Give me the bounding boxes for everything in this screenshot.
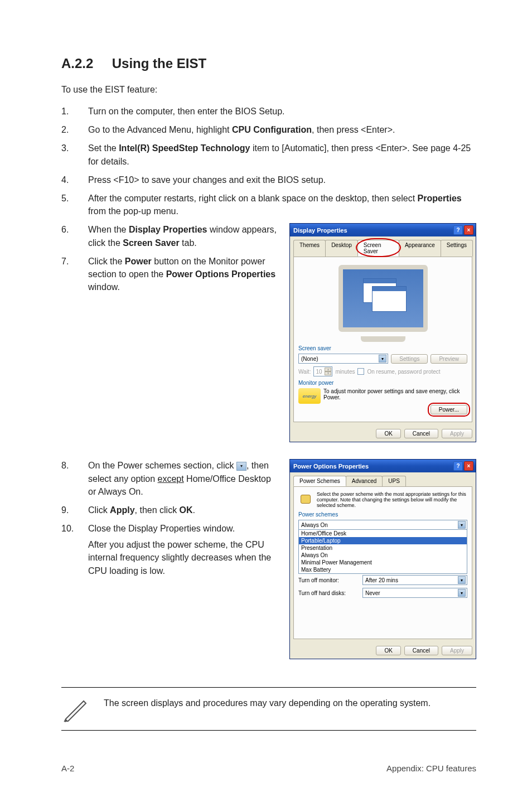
ok-button[interactable]: OK — [376, 646, 400, 655]
tab-desktop[interactable]: Desktop — [325, 240, 358, 257]
dialog-titlebar: Display Properties ? × — [290, 224, 476, 236]
step-4: 4. Press <F10> to save your changes and … — [61, 173, 476, 186]
note-callout: The screen displays and procedures may v… — [61, 687, 476, 731]
preview-button[interactable]: Preview — [431, 354, 467, 364]
help-button[interactable]: ? — [453, 461, 463, 471]
tab-themes[interactable]: Themes — [293, 240, 326, 257]
turn-off-hd-select[interactable]: Never ▾ — [362, 588, 467, 598]
dialog-title: Display Properties — [293, 227, 347, 234]
note-text: The screen displays and procedures may v… — [104, 694, 431, 709]
tab-settings[interactable]: Settings — [441, 240, 473, 257]
step-5: 5. After the computer restarts, right cl… — [61, 192, 476, 218]
dialog-titlebar: Power Options Properties ? × — [290, 460, 476, 472]
chevron-down-icon: ▾ — [458, 521, 466, 529]
power-schemes-group-label: Power schemes — [298, 511, 467, 518]
tab-advanced[interactable]: Advanced — [346, 476, 383, 486]
step-6: 6. When the Display Properties window ap… — [61, 223, 278, 249]
power-button[interactable]: Power... — [431, 405, 467, 414]
plug-icon — [298, 491, 314, 507]
step-10: 10. Close the Display Properties window.… — [61, 522, 278, 577]
help-button[interactable]: ? — [453, 225, 463, 235]
settings-button[interactable]: Settings — [391, 354, 428, 364]
close-button[interactable]: × — [464, 461, 473, 471]
apply-button[interactable]: Apply — [442, 429, 472, 438]
tab-power-schemes[interactable]: Power Schemes — [293, 476, 346, 486]
step-1: 1. Turn on the computer, then enter the … — [61, 105, 476, 118]
screensaver-group-label: Screen saver — [298, 345, 467, 351]
close-button[interactable]: × — [464, 225, 473, 235]
intro-text: To use the EIST feature: — [61, 85, 476, 95]
energy-star-icon: energy — [298, 388, 321, 404]
tab-appearance[interactable]: Appearance — [399, 240, 441, 257]
chevron-down-icon: ▾ — [236, 462, 246, 471]
monitor-preview — [338, 265, 428, 332]
dialog-title: Power Options Properties — [293, 463, 369, 470]
power-options-dialog: Power Options Properties ? × Power Schem… — [289, 459, 476, 659]
step-7: 7. Click the Power button on the Monitor… — [61, 255, 278, 294]
step-2: 2. Go to the Advanced Menu, highlight CP… — [61, 123, 476, 136]
tab-screensaver[interactable]: Screen Saver — [357, 240, 399, 257]
monitor-power-group-label: Monitor power — [298, 380, 467, 386]
tab-strip: Themes Desktop Screen Saver Appearance S… — [290, 236, 476, 257]
chevron-down-icon: ▾ — [379, 355, 386, 363]
page-number: A-2 — [61, 764, 74, 773]
wait-spinner[interactable]: 10 ▴▾ — [313, 366, 332, 376]
turn-off-monitor-select[interactable]: After 20 mins ▾ — [362, 575, 467, 585]
note-pencil-icon — [61, 694, 90, 723]
power-scheme-options[interactable]: Home/Office Desk Portable/Laptop Present… — [298, 530, 467, 574]
section-number: A.2.2 — [61, 56, 93, 71]
display-properties-dialog: Display Properties ? × Themes Desktop Sc… — [289, 223, 476, 442]
section-title-text: Using the EIST — [112, 56, 206, 71]
cancel-button[interactable]: Cancel — [404, 429, 438, 438]
power-scheme-select[interactable]: Always On ▾ — [298, 520, 467, 530]
page-footer: A-2 Appendix: CPU features — [61, 764, 476, 773]
apply-button[interactable]: Apply — [442, 646, 472, 655]
section-heading: A.2.2 Using the EIST — [61, 56, 476, 71]
cancel-button[interactable]: Cancel — [404, 646, 438, 655]
ok-button[interactable]: OK — [376, 429, 400, 438]
tab-ups[interactable]: UPS — [382, 476, 406, 486]
resume-checkbox[interactable] — [357, 368, 364, 375]
screensaver-select[interactable]: (None) ▾ — [298, 354, 388, 364]
step-9: 9. Click Apply, then click OK. — [61, 504, 278, 516]
step-8: 8. On the Power schemes section, click ▾… — [61, 459, 278, 498]
chevron-down-icon: ▾ — [458, 589, 466, 597]
procedure-list: 1. Turn on the computer, then enter the … — [61, 105, 476, 218]
section-label: Appendix: CPU features — [386, 764, 476, 773]
chevron-down-icon: ▾ — [458, 576, 466, 584]
step-3: 3. Set the Intel(R) SpeedStep Technology… — [61, 142, 476, 167]
